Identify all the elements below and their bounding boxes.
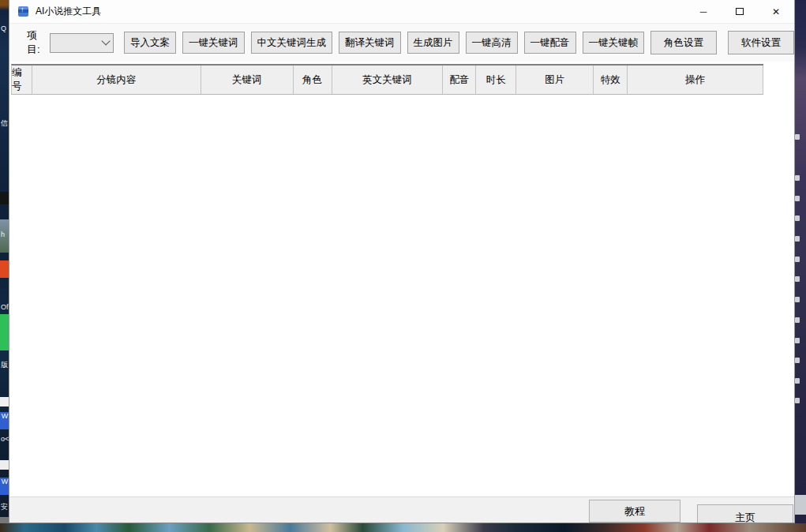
desktop-wallpaper-strip (0, 523, 806, 532)
desktop-icon-fragment: o< (1, 436, 9, 443)
close-button[interactable]: ✕ (758, 0, 794, 24)
one-click-dubbing-button[interactable]: 一键配音 (524, 32, 576, 54)
desktop-icon-fragment (795, 297, 800, 302)
col-header-keywords: 关键词 (201, 66, 294, 94)
desktop-icon-fragment (795, 215, 800, 221)
desktop-icon-fragment: 信 (1, 120, 8, 127)
app-icon (18, 6, 28, 17)
desktop-icon-fragment (795, 495, 806, 515)
desktop-icon-fragment (795, 398, 800, 403)
title-bar: AI小说推文工具 ─ ✕ (9, 0, 794, 24)
desktop-icon-fragment (795, 358, 800, 363)
maximize-button[interactable] (722, 0, 758, 24)
col-header-storyboard-content: 分镜内容 (32, 66, 201, 94)
maximize-icon (736, 8, 744, 15)
desktop-icon-fragment (795, 276, 800, 282)
col-header-duration: 时长 (476, 66, 516, 94)
desktop-icon-fragment (795, 378, 800, 384)
software-settings-button[interactable]: 软件设置 (728, 31, 794, 54)
desktop-icon-fragment: Q (1, 25, 6, 32)
footer-panel: 教程 主页 (9, 496, 794, 523)
one-click-keyframe-button[interactable]: 一键关键帧 (583, 32, 645, 54)
one-click-keywords-button[interactable]: 一键关键词 (182, 32, 245, 54)
window-title: AI小说推文工具 (36, 5, 101, 18)
table-header: 编号 分镜内容 关键词 角色 英文关键词 配音 时长 图片 特效 操作 (11, 64, 763, 95)
home-button[interactable]: 主页 (697, 504, 793, 523)
generate-images-button[interactable]: 生成图片 (407, 32, 459, 54)
desktop-icon-fragment (795, 236, 800, 242)
app-window: AI小说推文工具 ─ ✕ 项目: 导入文案 一键关键词 中文关键词生成 翻译关键… (9, 0, 795, 523)
col-header-role: 角色 (294, 66, 332, 94)
desktop-icon-fragment (795, 196, 800, 201)
col-header-english-keywords: 英文关键词 (332, 66, 444, 94)
col-header-actions: 操作 (628, 66, 763, 94)
desktop-icon-fragment: 安 (1, 504, 8, 511)
col-header-effects: 特效 (594, 66, 628, 94)
chinese-keywords-generate-button[interactable]: 中文关键词生成 (251, 32, 333, 54)
window-controls: ─ ✕ (685, 0, 794, 24)
import-text-button[interactable]: 导入文案 (124, 32, 176, 54)
tutorial-button[interactable]: 教程 (589, 500, 680, 523)
desktop-icon-fragment: 版 (1, 362, 8, 369)
desktop-icon-fragment (795, 134, 800, 140)
desktop-icon-fragment (795, 317, 800, 323)
project-select[interactable] (50, 33, 114, 53)
project-label: 项目: (27, 28, 41, 57)
chevron-down-icon (101, 36, 110, 45)
role-settings-button[interactable]: 角色设置 (650, 31, 717, 54)
desktop-icon-fragment: h (1, 231, 5, 238)
toolbar: 项目: 导入文案 一键关键词 中文关键词生成 翻译关键词 生成图片 一键高清 一… (9, 24, 794, 62)
minimize-button[interactable]: ─ (685, 0, 722, 24)
table-body-empty (11, 95, 763, 496)
desktop-right-strip (795, 0, 806, 523)
translate-keywords-button[interactable]: 翻译关键词 (339, 32, 401, 54)
col-header-dubbing: 配音 (443, 66, 476, 94)
col-header-number: 编号 (12, 66, 32, 94)
desktop-icon-fragment: Of (1, 304, 9, 311)
desktop-icon-fragment (795, 175, 800, 181)
desktop-icon-fragment (795, 257, 800, 262)
desktop-icon-fragment (795, 338, 800, 343)
one-click-hd-button[interactable]: 一键高清 (466, 32, 518, 54)
col-header-image: 图片 (516, 66, 594, 94)
